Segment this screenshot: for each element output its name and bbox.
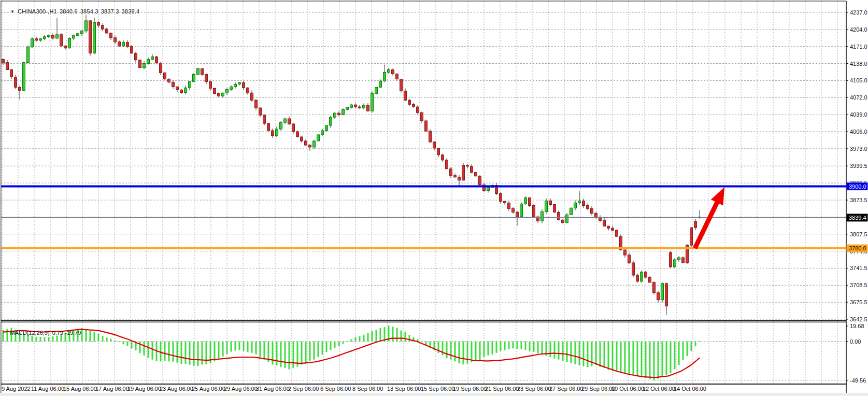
svg-text:3973.0: 3973.0 [850, 146, 867, 152]
svg-text:3873.5: 3873.5 [850, 197, 867, 203]
svg-text:4072.0: 4072.0 [850, 94, 867, 101]
svg-text:23 Aug 06:00: 23 Aug 06:00 [160, 386, 193, 392]
svg-text:25 Aug 06:00: 25 Aug 06:00 [192, 386, 225, 392]
svg-text:8 Sep 06:00: 8 Sep 06:00 [352, 386, 383, 392]
svg-text:10 Oct 06:00: 10 Oct 06:00 [611, 386, 644, 392]
svg-text:27 Sep 06:00: 27 Sep 06:00 [549, 386, 583, 392]
svg-text:4138.0: 4138.0 [850, 61, 867, 67]
svg-text:17 Aug 06:00: 17 Aug 06:00 [95, 386, 129, 392]
svg-text:12 Oct 06:00: 12 Oct 06:00 [643, 386, 675, 392]
chart-header: ▼CHINA300-,H13840.63854.33837.33839.4 [4, 2, 142, 21]
chart-canvas[interactable]: 4237.04204.04171.04138.04105.04072.04039… [0, 0, 868, 396]
svg-text:2 Sep 06:00: 2 Sep 06:00 [288, 386, 319, 392]
svg-text:19 Sep 06:00: 19 Sep 06:00 [453, 386, 487, 392]
svg-text:13 Sep 06:00: 13 Sep 06:00 [387, 386, 421, 392]
svg-text:3708.5: 3708.5 [850, 282, 867, 288]
svg-text:3807.5: 3807.5 [850, 231, 867, 237]
macd-name: MACD(12,26,9) [10, 330, 49, 336]
svg-text:3780.0: 3780.0 [849, 245, 866, 251]
svg-text:29 Aug 06:00: 29 Aug 06:00 [224, 386, 258, 392]
svg-text:3900.0: 3900.0 [849, 183, 866, 190]
svg-text:3642.5: 3642.5 [850, 316, 867, 322]
svg-text:21 Sep 06:00: 21 Sep 06:00 [485, 386, 519, 392]
svg-text:3939.5: 3939.5 [850, 163, 867, 169]
svg-text:19 Aug 06:00: 19 Aug 06:00 [127, 386, 161, 392]
svg-text:9 Aug 2022: 9 Aug 2022 [2, 386, 31, 392]
svg-text:6 Sep 06:00: 6 Sep 06:00 [320, 386, 351, 392]
svg-text:0.00: 0.00 [850, 338, 861, 345]
svg-text:4237.0: 4237.0 [850, 9, 867, 16]
symbol-period-label: CHINA300-,H1 [18, 8, 57, 15]
ohlc-open: 3840.6 [60, 8, 78, 15]
svg-text:29 Sep 06:00: 29 Sep 06:00 [581, 386, 615, 392]
ohlc-low: 3837.3 [101, 8, 119, 15]
svg-text:4204.0: 4204.0 [850, 26, 867, 33]
svg-text:11 Aug 06:00: 11 Aug 06:00 [31, 386, 64, 392]
svg-text:19.68: 19.68 [850, 323, 864, 329]
svg-text:15 Aug 06:00: 15 Aug 06:00 [63, 386, 97, 392]
svg-text:4105.0: 4105.0 [850, 77, 867, 83]
svg-text:4039.0: 4039.0 [850, 111, 867, 118]
svg-text:4006.0: 4006.0 [850, 129, 867, 135]
ohlc-close: 3839.4 [122, 8, 140, 15]
mt4-chart-window: 4237.04204.04171.04138.04105.04072.04039… [0, 0, 868, 396]
svg-text:31 Aug 06:00: 31 Aug 06:00 [256, 386, 290, 392]
macd-indicator-label: MACD(12,26,9)0.79 -19.79 [4, 323, 83, 342]
svg-text:4171.0: 4171.0 [850, 44, 867, 50]
macd-values: 0.79 -19.79 [52, 330, 81, 336]
svg-text:23 Sep 06:00: 23 Sep 06:00 [517, 386, 551, 392]
svg-text:14 Oct 06:00: 14 Oct 06:00 [674, 386, 706, 392]
svg-text:3675.5: 3675.5 [850, 299, 867, 305]
svg-text:3839.4: 3839.4 [849, 215, 866, 221]
time-axis: 9 Aug 202211 Aug 06:0015 Aug 06:0017 Aug… [2, 386, 706, 392]
svg-text:15 Sep 06:00: 15 Sep 06:00 [421, 386, 454, 392]
svg-text:-49.56: -49.56 [850, 377, 866, 384]
ohlc-high: 3854.3 [80, 8, 98, 15]
svg-text:3741.5: 3741.5 [850, 265, 867, 271]
chart-dropdown-icon[interactable]: ▼ [10, 9, 15, 14]
